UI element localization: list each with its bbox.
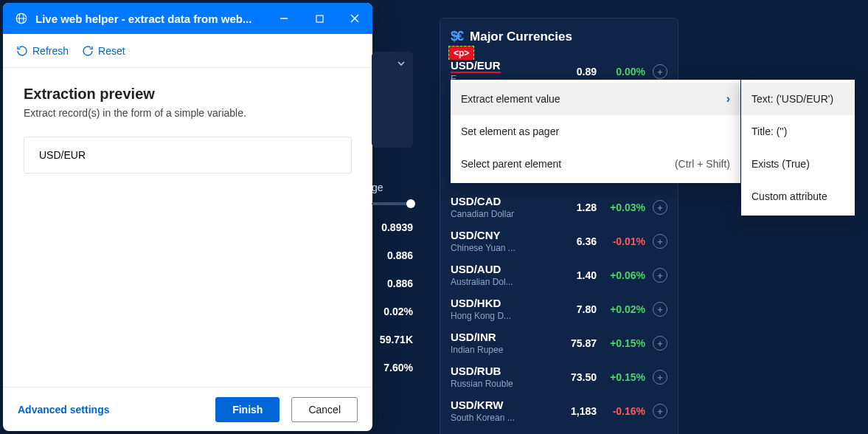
submenu-item-label: Exists (True) [751, 158, 810, 170]
currency-value: 1.28 [555, 202, 597, 213]
currency-change: +0.15% [597, 371, 645, 383]
currency-change: +0.02% [597, 303, 645, 315]
svg-rect-4 [316, 16, 323, 22]
currency-change: 0.00% [597, 66, 645, 78]
refresh-label: Refresh [32, 45, 69, 57]
currency-change: +0.03% [597, 202, 645, 213]
minimize-button[interactable] [266, 3, 302, 34]
reset-button[interactable]: Reset [82, 45, 125, 57]
finish-label: Finish [232, 404, 263, 416]
dialog-body: Extraction preview Extract record(s) in … [3, 68, 372, 387]
currency-row[interactable]: USD/KRW South Korean ... 1,183 -0.16% + [451, 394, 667, 428]
menu-item-label: Extract element value [461, 93, 726, 105]
menu-item-hint: (Ctrl + Shift) [675, 158, 730, 170]
add-currency-button[interactable]: + [653, 200, 667, 215]
currency-pair: USD/CNY [451, 229, 501, 241]
currency-pair: USD/INR [451, 331, 496, 343]
add-currency-button[interactable]: + [653, 234, 667, 249]
submenu-item-label: Text: ('USD/EUR') [751, 93, 833, 105]
submenu-item[interactable]: Custom attribute [741, 180, 855, 213]
add-currency-button[interactable]: + [653, 64, 667, 79]
currency-sub: Russian Rouble [451, 379, 532, 389]
currency-sub: Indian Rupee [451, 345, 532, 355]
currency-row[interactable]: USD/AUD Australian Dol... 1.40 +0.06% + [451, 258, 667, 292]
add-currency-button[interactable]: + [653, 404, 667, 418]
currency-pair-col: USD/KRW South Korean ... [451, 399, 555, 423]
menu-item-label: Set element as pager [461, 125, 730, 137]
context-menu-extract: Extract element value›Set element as pag… [451, 80, 740, 183]
side-value: 7.60% [372, 362, 413, 373]
submenu-item[interactable]: Title: ('') [741, 115, 855, 148]
submenu-item[interactable]: Exists (True) [741, 148, 855, 180]
extraction-preview-subtitle: Extract record(s) in the form of a simpl… [24, 107, 352, 119]
titlebar: Live web helper - extract data from web.… [3, 3, 372, 34]
currency-change: +0.15% [597, 337, 645, 349]
refresh-button[interactable]: Refresh [16, 45, 69, 57]
submenu-item[interactable]: Text: ('USD/EUR') [741, 83, 855, 115]
currency-row[interactable]: USD/HKD Hong Kong D... 7.80 +0.02% + [451, 292, 667, 326]
extraction-preview-value: USD/EUR [39, 149, 86, 161]
currency-value: 0.89 [555, 66, 597, 78]
currency-pair-col: USD/HKD Hong Kong D... [451, 297, 555, 321]
currency-pair-col: USD/INR Indian Rupee [451, 331, 555, 355]
currency-sub: Chinese Yuan ... [451, 244, 532, 253]
side-value: 59.71K [372, 334, 413, 345]
collapsed-panel[interactable] [372, 52, 413, 148]
currency-sub: Canadian Dollar [451, 210, 532, 219]
chevron-down-icon [395, 58, 407, 69]
currency-pair: USD/AUD [451, 263, 501, 275]
menu-item-label: Select parent element [461, 158, 670, 170]
cancel-button[interactable]: Cancel [291, 397, 358, 422]
context-menu-item[interactable]: Extract element value› [451, 83, 740, 115]
dialog-footer: Advanced settings Finish Cancel [3, 387, 372, 431]
chevron-right-icon: › [726, 92, 730, 106]
currency-change: -0.01% [597, 235, 645, 247]
currency-sub: Australian Dol... [451, 278, 532, 287]
currency-value: 1,183 [555, 405, 597, 417]
currency-row[interactable]: USD/RUB Russian Rouble 73.50 +0.15% + [451, 360, 667, 394]
advanced-settings-link[interactable]: Advanced settings [18, 404, 204, 416]
cancel-label: Cancel [308, 404, 341, 416]
currency-icon: $€ [451, 29, 462, 44]
context-menu-item[interactable]: Set element as pager [451, 115, 740, 148]
add-currency-button[interactable]: + [653, 370, 667, 385]
side-values: 0.8939 0.886 0.886 0.02% 59.71K 7.60% [372, 221, 413, 373]
range-slider-thumb[interactable] [406, 199, 415, 208]
close-button[interactable] [337, 3, 372, 34]
side-value: 0.886 [372, 249, 413, 261]
add-currency-button[interactable]: + [653, 336, 667, 351]
element-tag-badge: <p> [448, 46, 474, 60]
extraction-preview-title: Extraction preview [24, 86, 352, 103]
currency-pair: USD/CAD [451, 195, 501, 207]
currency-pair: USD/EUR [451, 60, 501, 74]
maximize-button[interactable] [302, 3, 337, 34]
currency-value: 1.40 [555, 269, 597, 281]
add-currency-button[interactable]: + [653, 302, 667, 317]
currency-value: 7.80 [555, 303, 597, 315]
side-value: 0.02% [372, 306, 413, 317]
reset-label: Reset [98, 45, 125, 57]
side-value: 0.886 [372, 278, 413, 289]
currency-value: 75.87 [555, 337, 597, 349]
currency-row[interactable]: USD/CAD Canadian Dollar 1.28 +0.03% + [451, 190, 667, 224]
context-menu-item[interactable]: Select parent element(Ctrl + Shift) [451, 148, 740, 180]
currency-change: -0.16% [597, 405, 645, 417]
currency-change: +0.06% [597, 269, 645, 281]
window-controls [266, 3, 372, 34]
range-label-fragment: ge [372, 182, 383, 193]
extraction-preview-card: USD/EUR [24, 137, 352, 173]
add-currency-button[interactable]: + [653, 268, 667, 283]
context-submenu-attributes: Text: ('USD/EUR')Title: ('')Exists (True… [741, 80, 855, 216]
currency-pair-col: USD/CNY Chinese Yuan ... [451, 229, 555, 253]
live-web-helper-dialog: Live web helper - extract data from web.… [3, 3, 372, 431]
panel-title: Major Currencies [470, 30, 572, 44]
dialog-title: Live web helper - extract data from web.… [35, 13, 266, 25]
panel-header: $€ Major Currencies [451, 29, 667, 44]
currency-row[interactable]: USD/INR Indian Rupee 75.87 +0.15% + [451, 326, 667, 360]
currency-value: 6.36 [555, 235, 597, 247]
currency-sub: South Korean ... [451, 413, 532, 423]
currency-row[interactable]: USD/CNY Chinese Yuan ... 6.36 -0.01% + [451, 224, 667, 258]
finish-button[interactable]: Finish [215, 397, 280, 422]
currency-sub: Hong Kong D... [451, 311, 532, 321]
side-value: 0.8939 [372, 221, 413, 233]
